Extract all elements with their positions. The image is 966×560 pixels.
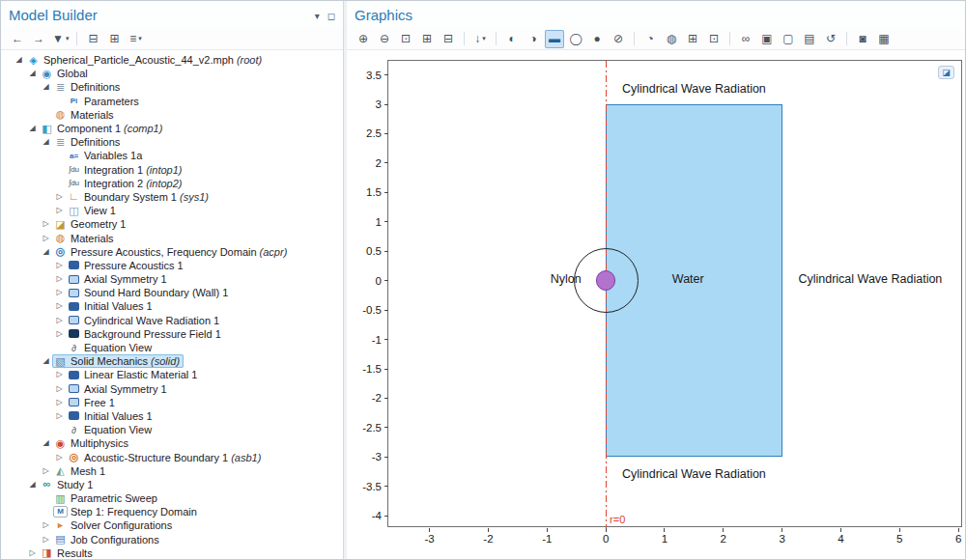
expand-arrow-icon[interactable]: ▷ [40, 232, 52, 245]
link-plots-icon[interactable]: ∞ [736, 30, 755, 48]
tree-item-solid-axial-symmetry-1[interactable]: ▷Axial Symmetry 1 [1, 382, 343, 396]
tree-item-solid-initial-values-1[interactable]: ▷Initial Values 1 [1, 409, 343, 423]
collapse-arrow-icon[interactable]: ◢ [26, 478, 39, 491]
expand-arrow-icon[interactable]: ▷ [26, 546, 39, 559]
magnify-region-icon[interactable]: ⊡ [704, 30, 724, 48]
tree-item-acoustic-structure-boundary-1[interactable]: ▷◎Acoustic-Structure Boundary 1(asb1) [1, 450, 343, 463]
environment-icon[interactable]: ◑ [524, 30, 543, 48]
expand-arrow-icon[interactable]: ▷ [53, 204, 66, 217]
expand-arrow-icon[interactable]: ▷ [53, 190, 66, 204]
tree-item-sound-hard-boundary-wall-1[interactable]: ▷Sound Hard Boundary (Wall) 1 [1, 286, 343, 299]
model-tree-settings-icon[interactable]: ≡▾ [126, 30, 145, 48]
tree-item-multiphysics[interactable]: ◢◉Multiphysics [1, 436, 343, 450]
tree-item-acpr-equation-view[interactable]: ∂Equation View [1, 341, 343, 354]
tree-item-boundary-system-1[interactable]: ▷∟Boundary System 1(sys1) [1, 190, 343, 204]
expand-arrow-icon[interactable]: ▷ [53, 382, 66, 396]
collapse-arrow-icon[interactable]: ◢ [40, 354, 52, 368]
tree-item-parameters[interactable]: PiParameters [1, 95, 343, 108]
table-window-icon[interactable]: ▤ [800, 30, 819, 48]
expand-arrow-icon[interactable]: ▷ [53, 396, 66, 409]
collapse-arrow-icon[interactable]: ◢ [26, 122, 39, 135]
tree-item-step-1-frequency-domain[interactable]: MStep 1: Frequency Domain [1, 505, 343, 518]
snapshot-icon[interactable]: ◙ [853, 30, 872, 48]
tree-item-cylindrical-wave-radiation-1[interactable]: ▷Cylindrical Wave Radiation 1 [1, 314, 343, 327]
filter-icon[interactable]: ▼▾ [50, 30, 71, 48]
hide-objects-icon[interactable]: ⊘ [609, 30, 628, 48]
tree-item-parametric-sweep[interactable]: ▥Parametric Sweep [1, 491, 343, 505]
x-tick-mark [723, 528, 724, 532]
reset-view-icon[interactable]: ↺ [821, 30, 840, 48]
tree-item-results[interactable]: ▷◨Results [1, 546, 343, 559]
float-panel-icon[interactable]: ◻ [327, 11, 335, 21]
tree-item-view-1[interactable]: ▷◫View 1 [1, 204, 343, 217]
tree-item-acpr-axial-symmetry-1[interactable]: ▷Axial Symmetry 1 [1, 272, 343, 286]
panel-menu-icon[interactable]: ▾ [315, 11, 320, 21]
tree-item-mesh-1[interactable]: ▷◭Mesh 1 [1, 464, 343, 478]
tree-item-component-1[interactable]: ◢◧Component 1(comp1) [1, 122, 343, 135]
tree-item-variables-1a[interactable]: a=Variables 1a [1, 149, 343, 162]
plot-canvas[interactable]: Cylindrical Wave RadiationNylonWaterCyli… [387, 60, 962, 527]
tree-item-background-pressure-field-1[interactable]: ▷Background Pressure Field 1 [1, 327, 343, 341]
tree-item-global[interactable]: ◢◉Global [1, 67, 343, 80]
tree-item-free-1[interactable]: ▷Free 1 [1, 396, 343, 409]
expand-arrow-icon[interactable]: ▷ [40, 518, 52, 532]
zoom-box-icon[interactable]: ⊞ [417, 30, 437, 48]
expand-arrow-icon[interactable]: ▷ [53, 368, 66, 381]
collapse-arrow-icon[interactable]: ◢ [26, 67, 39, 80]
tree-item-study-1[interactable]: ◢∞Study 1 [1, 478, 343, 491]
plot-window-2-icon[interactable]: ▢ [779, 30, 798, 48]
collapse-arrow-icon[interactable]: ◢ [40, 80, 52, 94]
zoom-extents-icon[interactable]: ⊡ [396, 30, 415, 48]
tree-item-linear-elastic-material-1[interactable]: ▷Linear Elastic Material 1 [1, 368, 343, 381]
expand-arrow-icon[interactable]: ▷ [53, 451, 66, 464]
forward-icon[interactable]: → [29, 30, 48, 48]
expand-arrow-icon[interactable]: ▷ [53, 259, 66, 272]
tree-item-job-configurations[interactable]: ▷▤Job Configurations [1, 533, 343, 546]
expand-arrow-icon[interactable]: ▷ [53, 272, 66, 286]
select-region-icon[interactable]: ⊞ [683, 30, 702, 48]
transparency-icon[interactable]: ● [587, 30, 607, 48]
tree-item-comp-materials[interactable]: ▷◍Materials [1, 231, 343, 244]
y-tick-label: -3.5 [362, 481, 382, 492]
tree-item-pressure-acoustics-1[interactable]: ▷Pressure Acoustics 1 [1, 259, 343, 272]
tree-item-solid-equation-view[interactable]: ∂Equation View [1, 423, 343, 436]
color-toggle-button[interactable]: ▬ [545, 30, 564, 48]
back-icon[interactable]: ← [8, 30, 27, 48]
expand-arrow-icon[interactable]: ▷ [53, 286, 66, 299]
tree-item-integration-2[interactable]: ∫duIntegration 2(intop2) [1, 177, 343, 190]
plot-window-icon[interactable]: ▣ [757, 30, 777, 48]
expand-arrow-icon[interactable]: ▷ [40, 217, 52, 231]
collapse-arrow-icon[interactable]: ◢ [40, 245, 52, 259]
collapse-arrow-icon[interactable]: ◢ [40, 135, 52, 149]
zoom-out-icon[interactable]: ⊖ [375, 30, 394, 48]
orbit-icon[interactable]: ◔ [640, 30, 660, 48]
tree-item-root[interactable]: ◢◈Spherical_Particle_Acoustic_44_v2.mph(… [1, 53, 343, 67]
expand-arrow-icon[interactable]: ▷ [53, 409, 66, 423]
tree-item-geometry-1[interactable]: ▷◪Geometry 1 [1, 217, 343, 231]
print-icon[interactable]: ▦ [874, 30, 894, 48]
tree-item-solver-configurations[interactable]: ▷►Solver Configurations [1, 518, 343, 532]
tree-item-pressure-acoustics[interactable]: ◢◎Pressure Acoustics, Frequency Domain(a… [1, 245, 343, 259]
tree-item-acpr-initial-values-1[interactable]: ▷Initial Values 1 [1, 299, 343, 313]
expand-arrow-icon[interactable]: ▷ [53, 327, 66, 341]
tree-item-integration-1[interactable]: ∫duIntegration 1(intop1) [1, 163, 343, 177]
tree-item-solid-mechanics[interactable]: ◢▧Solid Mechanics(solid) [1, 354, 343, 368]
expand-arrow-icon[interactable]: ▷ [53, 314, 66, 327]
scene-light-icon[interactable]: ◐ [502, 30, 522, 48]
scene-settings-icon[interactable]: ◍ [662, 30, 681, 48]
plot-menu-icon[interactable]: ◪ [938, 66, 954, 79]
expand-arrow-icon[interactable]: ▷ [40, 464, 52, 478]
collapse-arrow-icon[interactable]: ◢ [40, 436, 52, 450]
tree-item-comp-definitions[interactable]: ◢≣Definitions [1, 135, 343, 149]
collapse-all-icon[interactable]: ⊟ [83, 30, 102, 48]
wireframe-icon[interactable]: ◯ [566, 30, 585, 48]
tree-item-global-materials[interactable]: ◍Materials [1, 108, 343, 122]
collapse-arrow-icon[interactable]: ◢ [13, 53, 25, 67]
zoom-selected-icon[interactable]: ⊟ [439, 30, 458, 48]
zoom-in-icon[interactable]: ⊕ [354, 30, 373, 48]
expand-all-icon[interactable]: ⊞ [104, 30, 124, 48]
tree-item-global-definitions[interactable]: ◢≣Definitions [1, 80, 343, 94]
go-to-default-view-icon[interactable]: ↓▾ [470, 30, 490, 48]
expand-arrow-icon[interactable]: ▷ [40, 533, 52, 546]
expand-arrow-icon[interactable]: ▷ [53, 299, 66, 313]
